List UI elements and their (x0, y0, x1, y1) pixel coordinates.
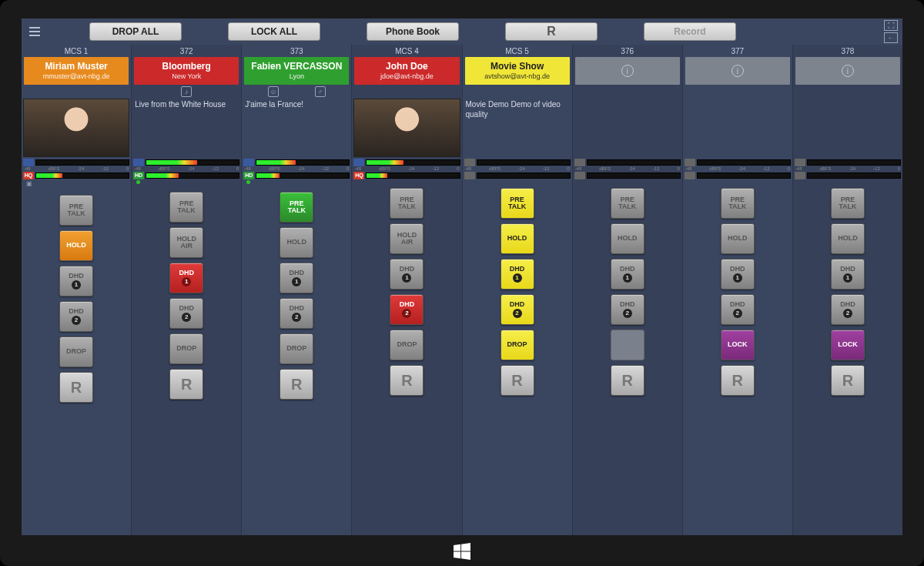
meters: -48dBFS-24-120 HD (242, 157, 351, 187)
r-button[interactable]: R (59, 372, 93, 403)
drop-all-button[interactable]: DROP ALL (89, 22, 182, 41)
drop-button[interactable]: DROP (390, 330, 424, 360)
caller-card[interactable]: i (795, 57, 900, 85)
channel-buttons: PRETALKHOLDDHD1DHD2R (573, 183, 682, 399)
r-button[interactable]: R (500, 365, 534, 396)
channel-label: 376 (573, 45, 682, 57)
channel-columns: MCS 1Miriam Muster mmuster@avt-nbg.de -4… (22, 45, 902, 535)
dhd-button[interactable]: DHD2 (59, 301, 93, 332)
channel-label: 377 (683, 45, 792, 57)
caller-card[interactable]: i (685, 57, 790, 85)
menu-icon[interactable] (26, 23, 43, 40)
dhd-button[interactable]: DHD1 (390, 259, 424, 290)
hold-button[interactable]: HOLD (611, 223, 644, 254)
dhd-button[interactable]: DHD1 (59, 266, 93, 296)
pre-button[interactable]: PRETALK (831, 188, 865, 219)
pre-button[interactable]: PRETALK (500, 188, 534, 219)
dhd-button[interactable]: DHD2 (831, 294, 865, 325)
r-button[interactable]: R (721, 365, 755, 396)
drop-button[interactable]: DROP (169, 333, 203, 364)
meter-badge: HQ (23, 172, 34, 179)
meter-badge (243, 159, 254, 166)
meter-badge: HD (133, 172, 144, 179)
dhd-button[interactable]: DHD2 (611, 294, 644, 325)
dhd-button[interactable]: DHD1 (721, 259, 755, 290)
meter-badge (574, 172, 585, 179)
channel-buttons: PRETALKHOLDAIRDHD1DHD2DROPR (352, 183, 461, 399)
meter-badge: HD (243, 172, 254, 179)
dhd-button[interactable]: DHD1 (611, 259, 644, 290)
lock-button[interactable]: LOCK (831, 330, 865, 360)
info-icon[interactable]: i (732, 65, 744, 77)
dhd-button[interactable]: DHD2 (390, 294, 424, 325)
back-icon[interactable]: ← (884, 32, 898, 43)
dhd-button[interactable]: DHD2 (500, 294, 534, 325)
note-area (352, 99, 461, 157)
caller-card[interactable]: Miriam Muster mmuster@avt-nbg.de (24, 57, 129, 85)
channel-label: MCS 5 (463, 45, 572, 57)
dhd-button[interactable]: DHD1 (831, 259, 865, 290)
note-area (683, 99, 792, 157)
r-button[interactable]: R (280, 369, 313, 400)
r-button[interactable]: R (390, 365, 424, 396)
meter-badge (795, 172, 805, 179)
status-row (353, 179, 460, 181)
hold-button[interactable]: HOLD (500, 223, 534, 254)
caller-video-thumb[interactable] (353, 99, 460, 157)
r-button[interactable]: R (611, 365, 644, 396)
caller-tags (352, 85, 461, 99)
caller-video-thumb[interactable] (23, 99, 129, 157)
caller-name: Movie Show (490, 62, 544, 72)
lock-button[interactable]: LOCK (721, 330, 755, 360)
windows-logo-icon[interactable] (454, 543, 470, 560)
level-meter (587, 159, 681, 166)
dhd-button[interactable]: DHD2 (721, 294, 755, 325)
caller-card[interactable]: Bloomberg New York (134, 57, 239, 85)
dhd-button[interactable]: DHD1 (169, 263, 203, 293)
hold-button[interactable]: HOLD (831, 223, 865, 254)
level-meter (35, 159, 129, 166)
meter-badge (574, 159, 585, 166)
dhd-button[interactable]: DHD2 (280, 298, 313, 329)
pre-button[interactable]: PRETALK (721, 188, 755, 219)
hold-button[interactable]: HOLDAIR (169, 227, 203, 258)
pre-button[interactable]: PRETALK (59, 195, 93, 226)
meter-badge (464, 159, 475, 166)
channel-column: 377i -48dBFS-24-120 PRETALKHOLDDHD1DHD2L… (682, 45, 792, 535)
dhd-button[interactable]: DHD1 (500, 259, 534, 290)
caller-tags (683, 85, 792, 99)
caller-card[interactable]: Movie Show avtshow@avt-nbg.de (465, 57, 570, 85)
status-row (464, 179, 571, 181)
pre-button[interactable]: PRETALK (611, 188, 644, 219)
fullscreen-icon[interactable]: ⛶ (884, 20, 898, 31)
channel-column: 372Bloomberg New York♪Live from the Whit… (131, 45, 241, 535)
pre-button[interactable]: PRETALK (169, 192, 203, 223)
dhd-button[interactable]: DHD2 (169, 298, 203, 329)
record-button[interactable]: Record (644, 22, 736, 41)
drop-button[interactable]: DROP (500, 330, 534, 360)
r-button[interactable]: R (831, 365, 865, 396)
caller-subtitle: mmuster@avt-nbg.de (43, 72, 110, 80)
caller-card[interactable]: John Doe jdoe@avt-nbg.de (354, 57, 459, 85)
r-button[interactable]: R (169, 369, 203, 400)
hold-button[interactable]: HOLD (721, 223, 755, 254)
hold-button[interactable]: HOLDAIR (390, 223, 424, 254)
hold-button[interactable]: HOLD (280, 227, 313, 258)
caller-card[interactable]: i (575, 57, 680, 85)
info-icon[interactable]: i (842, 65, 854, 77)
pre-button[interactable]: PRETALK (280, 192, 313, 223)
channel-buttons: PRETALKHOLDDHD1DHD2LOCKR (683, 183, 792, 399)
channel-buttons: PRETALKHOLDDHD1DHD2LOCKR (793, 183, 902, 399)
phone-book-button[interactable]: Phone Book (367, 22, 459, 41)
level-meter (477, 159, 571, 166)
drop-button[interactable]: DROP (280, 333, 313, 364)
pre-button[interactable]: PRETALK (390, 188, 424, 219)
info-icon[interactable]: i (621, 65, 634, 77)
drop-button[interactable]: DROP (59, 337, 93, 367)
level-meter (35, 172, 129, 179)
r-button[interactable]: R (505, 22, 598, 41)
dhd-button[interactable]: DHD1 (280, 263, 313, 293)
caller-card[interactable]: Fabien VERCASSON Lyon (244, 57, 349, 85)
hold-button[interactable]: HOLD (59, 230, 93, 261)
lock-all-button[interactable]: LOCK ALL (228, 22, 320, 41)
